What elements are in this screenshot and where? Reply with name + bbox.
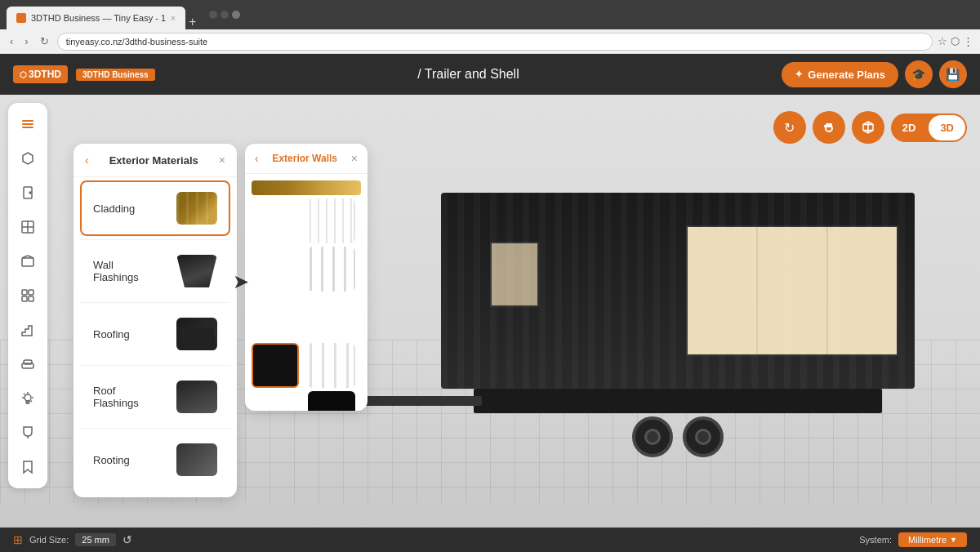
walls-close-button[interactable]: × (351, 152, 358, 165)
system-value-text: Millimetre (908, 535, 947, 545)
header-left: ⬡ 3DTHD 3DTHD Business (13, 65, 155, 83)
house-window-area (686, 225, 898, 356)
sidebar-icon-window[interactable] (13, 212, 42, 242)
header-right: Generate Plans 🎓 💾 (782, 60, 967, 88)
sidebar-icon-box[interactable] (13, 144, 42, 173)
texture-thumb-10[interactable] (308, 391, 355, 411)
reset-grid-button[interactable]: ↺ (122, 533, 132, 546)
materials-panel: ‹ Exterior Materials × Cladding WallFlas… (74, 144, 237, 497)
house-small-window (490, 242, 539, 307)
star-icon[interactable]: ☆ (938, 35, 947, 47)
svg-point-20 (24, 394, 31, 401)
camera-icon (822, 120, 836, 135)
system-value-button[interactable]: Millimetre ▼ (898, 532, 967, 547)
tab-close-button[interactable]: × (171, 14, 176, 23)
divider-2 (80, 302, 230, 303)
house-body (441, 193, 915, 389)
svg-rect-14 (22, 290, 27, 295)
texture-thumb-1[interactable] (252, 198, 299, 243)
sidebar-icon-layers[interactable] (13, 109, 42, 139)
texture-thumb-3[interactable] (252, 247, 299, 292)
sidebar-icon-furniture[interactable] (13, 349, 42, 379)
view-controls: ↻ 2D 3D (773, 111, 967, 144)
dropdown-arrow-icon: ▼ (950, 536, 957, 544)
materials-close-button[interactable]: × (219, 154, 225, 167)
trailer-base (474, 389, 882, 413)
page-title: / Trailer and Shell (417, 67, 519, 82)
refresh-button[interactable]: ↻ (37, 33, 52, 49)
window-icon (20, 220, 35, 234)
svg-rect-4 (22, 123, 33, 125)
menu-icon[interactable]: ⋮ (963, 35, 973, 47)
material-cladding-label: Cladding (93, 203, 135, 215)
texture-thumb-8[interactable] (308, 343, 355, 388)
learn-button[interactable]: 🎓 (905, 60, 933, 88)
bookmark-icon (20, 460, 35, 474)
svg-rect-2 (824, 125, 826, 127)
material-rooting-preview (176, 443, 217, 476)
active-tab[interactable]: 3DTHD Business — Tiny Easy - 1 × (7, 7, 185, 29)
svg-rect-11 (22, 258, 33, 266)
walls-icon (20, 254, 35, 269)
sidebar-icon-door[interactable] (13, 178, 42, 207)
3d-mode-button[interactable]: 3D (929, 115, 965, 140)
generate-plans-button[interactable]: Generate Plans (782, 62, 898, 87)
material-item-roofing[interactable]: Roofing (80, 306, 230, 362)
camera-view-button[interactable] (813, 111, 845, 144)
sidebar-icon-materials[interactable] (13, 281, 42, 310)
sidebar-icon-paint[interactable] (13, 418, 42, 447)
material-item-roof-flashings[interactable]: RoofFlashings (80, 369, 230, 425)
walls-back-button[interactable]: ‹ (255, 152, 259, 165)
texture-strip[interactable] (252, 180, 361, 195)
svg-rect-15 (29, 290, 33, 295)
materials-back-button[interactable]: ‹ (85, 154, 89, 167)
address-bar[interactable]: tinyeasy.co.nz/3dthd-business-suite (57, 33, 933, 51)
materials-icon (20, 288, 35, 303)
business-badge: 3DTHD Business (76, 69, 155, 81)
material-cladding-preview (176, 192, 217, 225)
material-wall-flashings-preview (176, 255, 217, 287)
door-icon (20, 185, 35, 200)
rotate-view-button[interactable]: ↻ (773, 111, 806, 144)
tab-title: 3DTHD Business — Tiny Easy - 1 (31, 13, 166, 23)
texture-thumb-5[interactable] (252, 295, 299, 340)
2d-mode-button[interactable]: 2D (891, 114, 928, 142)
texture-thumb-6[interactable] (308, 295, 355, 340)
texture-thumb-2[interactable] (308, 198, 355, 243)
logo-text: 3DTHD (29, 69, 61, 80)
svg-rect-16 (22, 296, 27, 301)
save-button[interactable]: 💾 (939, 60, 967, 88)
sidebar-icon-walls[interactable] (13, 247, 42, 276)
app: ⬡ 3DTHD 3DTHD Business / Trailer and She… (0, 54, 980, 552)
material-roof-flashings-preview (176, 381, 217, 413)
material-item-wall-flashings[interactable]: WallFlashings (80, 243, 230, 299)
house-model (441, 193, 915, 457)
new-tab-button[interactable]: + (189, 15, 196, 29)
back-button[interactable]: ‹ (7, 33, 16, 49)
svg-line-26 (31, 401, 33, 403)
grid-size-value[interactable]: 25 mm (75, 533, 116, 546)
browser-tabs: 3DTHD Business — Tiny Easy - 1 × + (7, 0, 196, 29)
sidebar-icon-stairs[interactable] (13, 315, 42, 345)
material-item-rooting[interactable]: Rooting (80, 432, 230, 487)
svg-rect-17 (29, 296, 33, 301)
status-bar: ⊞ Grid Size: 25 mm ↺ System: Millimetre … (0, 528, 980, 552)
texture-thumb-4[interactable] (308, 247, 355, 292)
materials-panel-title: Exterior Materials (109, 154, 198, 167)
paint-icon (20, 425, 35, 440)
forward-button[interactable]: › (21, 33, 31, 49)
divider-1 (80, 239, 230, 240)
cube-view-button[interactable] (852, 111, 884, 144)
trailer-tongue (351, 396, 482, 406)
browser-chrome: 3DTHD Business — Tiny Easy - 1 × + (0, 0, 980, 29)
extensions-icon[interactable]: ⬡ (951, 35, 960, 47)
left-sidebar (8, 103, 47, 488)
texture-thumb-9[interactable] (252, 391, 299, 411)
sidebar-icon-lighting[interactable] (13, 384, 42, 413)
app-header: ⬡ 3DTHD 3DTHD Business / Trailer and She… (0, 54, 980, 95)
sidebar-icon-bookmark[interactable] (13, 452, 42, 482)
svg-point-7 (29, 192, 31, 194)
material-item-cladding[interactable]: Cladding (80, 180, 230, 236)
texture-thumb-selected[interactable] (252, 343, 299, 388)
svg-rect-19 (24, 360, 32, 364)
